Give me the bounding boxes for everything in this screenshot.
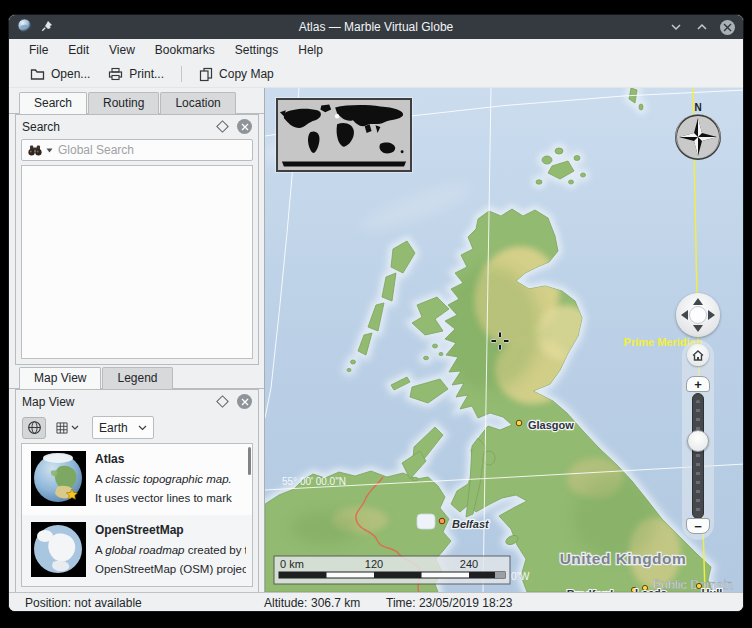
menubar: File Edit View Bookmarks Settings Help [9,39,743,61]
grid-icon [56,422,68,434]
pan-center-button[interactable] [689,306,707,324]
float-panel-icon[interactable] [216,395,229,408]
search-panel-title: Search [22,120,60,134]
tab-legend[interactable]: Legend [102,367,172,389]
globe-projection-button[interactable] [22,417,46,439]
map-theme-description: A global roadmap created by the [95,544,246,556]
belfast-marker[interactable] [439,518,445,524]
folder-icon [30,67,45,81]
map-theme-description: A classic topographic map. [95,473,232,485]
globe-icon [27,420,42,435]
zoom-in-button[interactable]: + [686,376,710,392]
celestial-body-button[interactable] [50,417,84,439]
menu-settings[interactable]: Settings [225,41,288,59]
marble-app-icon [17,18,32,36]
open-button[interactable]: Open... [23,64,97,84]
overview-position-dot [335,114,339,118]
sidebar: Search Routing Location Search [9,88,264,592]
main-toolbar: Open... Print... Copy Map [9,61,743,88]
print-label: Print... [129,67,164,81]
menu-help[interactable]: Help [288,41,333,59]
lake-lough-neagh [417,514,435,529]
home-icon [692,350,704,361]
search-provider-caret-icon[interactable] [46,148,53,153]
tab-search[interactable]: Search [19,92,87,114]
zoom-out-button[interactable]: − [686,518,710,534]
status-altitude-label: Altitude: [264,596,307,610]
osm-thumbnail [31,522,86,577]
map-theme-title: Atlas [95,452,232,466]
planet-select[interactable]: Earth [92,416,154,439]
compass-north-label: N [694,102,701,113]
toolbar-separator [181,66,182,82]
scale-end-label: 240 [460,558,478,570]
map-theme-description-line2: It uses vector lines to mark [95,492,232,504]
zoom-slider-track[interactable] [692,393,704,519]
search-panel: Search [15,114,259,365]
overview-map[interactable] [276,98,412,172]
tab-location[interactable]: Location [160,92,235,114]
open-label: Open... [51,67,90,81]
statusbar: Position: not available Altitude: 306.7 … [9,592,743,612]
pan-down-arrow-icon [693,325,703,332]
titlebar[interactable]: Atlas — Marble Virtual Globe [9,15,743,39]
close-panel-icon[interactable] [237,394,252,409]
panel-tabs-bottom: Map View Legend [9,367,264,389]
tab-routing[interactable]: Routing [88,92,159,114]
close-button[interactable] [720,20,735,35]
map-view-panel: Map View [15,389,259,592]
copy-map-button[interactable]: Copy Map [192,64,281,85]
print-button[interactable]: Print... [101,64,171,84]
map-theme-title: OpenStreetMap [95,523,246,537]
window-title: Atlas — Marble Virtual Globe [9,20,743,34]
pan-right-arrow-icon [708,310,715,320]
map-theme-list: Atlas A classic topographic map. It uses… [21,443,253,587]
pan-control[interactable] [676,293,720,337]
map-view-panel-title: Map View [22,395,74,409]
latitude-label: 55° 00' 00.0"N [282,476,346,487]
united-kingdom-label: United Kingdom [560,550,687,567]
marble-app-window: Atlas — Marble Virtual Globe File Edit V… [8,14,744,612]
map-theme-item-openstreetmap[interactable]: OpenStreetMap A global roadmap created b… [22,515,252,586]
copy-icon [199,67,213,82]
status-altitude-value: 306.7 km [311,596,360,610]
map-theme-description-line2: OpenStreetMap (OSM) project. [95,563,246,575]
pin-icon[interactable] [41,20,53,35]
status-time: Time: 23/05/2019 18:23 [386,596,512,610]
copy-map-label: Copy Map [219,67,274,81]
home-button[interactable] [687,344,709,366]
global-search-field[interactable] [21,139,253,161]
binoculars-icon [27,144,43,156]
map-view-toolbar: Earth [16,413,258,443]
pan-up-arrow-icon [693,298,703,305]
glasgow-label: Glasgow [528,419,574,431]
chevron-down-icon [71,425,79,430]
menu-view[interactable]: View [99,41,145,59]
minimize-button[interactable] [668,19,684,35]
belfast-label: Belfast [452,518,490,530]
search-results-list[interactable] [21,165,253,359]
maximize-button[interactable] [694,19,710,35]
search-input[interactable] [56,142,247,158]
float-panel-icon[interactable] [216,120,229,133]
printer-icon [108,67,123,81]
glasgow-marker[interactable] [516,420,522,426]
close-panel-icon[interactable] [237,119,252,134]
map-viewport[interactable]: Prime Meridian 55° 00' 00.0"N 00.0"W Gla… [264,88,743,592]
zoom-slider-handle[interactable] [687,430,709,452]
atlas-thumbnail [31,451,86,506]
pan-left-arrow-icon [681,310,688,320]
chevron-down-icon [138,425,147,431]
map-theme-item-atlas[interactable]: Atlas A classic topographic map. It uses… [22,444,252,515]
scale-mid-label: 120 [365,558,383,570]
panel-tabs-top: Search Routing Location [9,92,264,114]
scale-start-label: 0 km [280,558,304,570]
menu-bookmarks[interactable]: Bookmarks [145,41,225,59]
list-scrollbar[interactable] [248,447,251,475]
menu-edit[interactable]: Edit [58,41,99,59]
planet-select-value: Earth [99,421,128,435]
tab-map-view[interactable]: Map View [19,367,101,389]
scale-bar: 0 km 120 240 [274,556,510,584]
status-position: Position: not available [25,596,142,610]
menu-file[interactable]: File [19,41,58,59]
